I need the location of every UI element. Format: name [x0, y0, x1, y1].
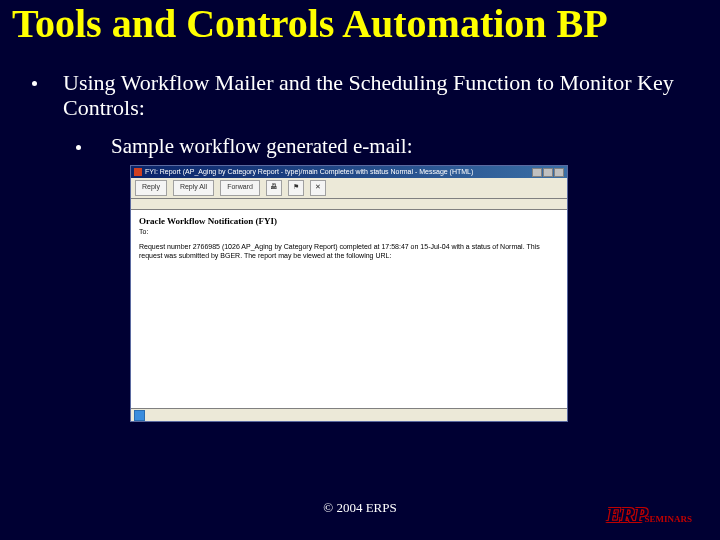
mail-to-line: To:: [139, 228, 559, 235]
bullet-dot-icon: [76, 145, 81, 150]
reply-button[interactable]: Reply: [135, 180, 167, 196]
minimize-icon[interactable]: [532, 168, 542, 177]
email-screenshot: FYI: Report (AP_Aging by Category Report…: [130, 165, 568, 422]
bullet-level1: Using Workflow Mailer and the Scheduling…: [30, 70, 690, 120]
close-icon[interactable]: [554, 168, 564, 177]
bullet-level2: Sample workflow generated e-mail:: [74, 134, 690, 159]
address-bar: [131, 199, 567, 210]
slide-body: Using Workflow Mailer and the Scheduling…: [0, 44, 720, 422]
logo-sub: SEMINARS: [644, 514, 692, 524]
app-icon: [134, 168, 142, 176]
window-titlebar: FYI: Report (AP_Aging by Category Report…: [131, 166, 567, 178]
mail-toolbar: Reply Reply All Forward 🖶 ⚑ ✕: [131, 178, 567, 199]
mail-body-text: Request number 2766985 (1026 AP_Aging by…: [139, 243, 559, 260]
bullet-level2-text: Sample workflow generated e-mail:: [111, 134, 412, 159]
bullet-dot-icon: [32, 81, 37, 86]
reply-all-button[interactable]: Reply All: [173, 180, 214, 196]
window-controls: [532, 168, 564, 177]
print-icon[interactable]: 🖶: [266, 180, 282, 196]
logo-main: ERP: [607, 502, 647, 527]
forward-button[interactable]: Forward: [220, 180, 260, 196]
status-bar: [131, 408, 567, 421]
delete-icon[interactable]: ✕: [310, 180, 326, 196]
mail-heading: Oracle Workflow Notification (FYI): [139, 216, 559, 226]
window-title-text: FYI: Report (AP_Aging by Category Report…: [145, 166, 473, 178]
mail-content: Oracle Workflow Notification (FYI) To: R…: [131, 210, 567, 408]
ie-icon: [134, 410, 145, 421]
bullet-level1-text: Using Workflow Mailer and the Scheduling…: [63, 70, 690, 120]
erp-seminars-logo: ERPSEMINARS: [607, 504, 692, 526]
slide-title: Tools and Controls Automation BP: [0, 0, 720, 44]
flag-icon[interactable]: ⚑: [288, 180, 304, 196]
maximize-icon[interactable]: [543, 168, 553, 177]
